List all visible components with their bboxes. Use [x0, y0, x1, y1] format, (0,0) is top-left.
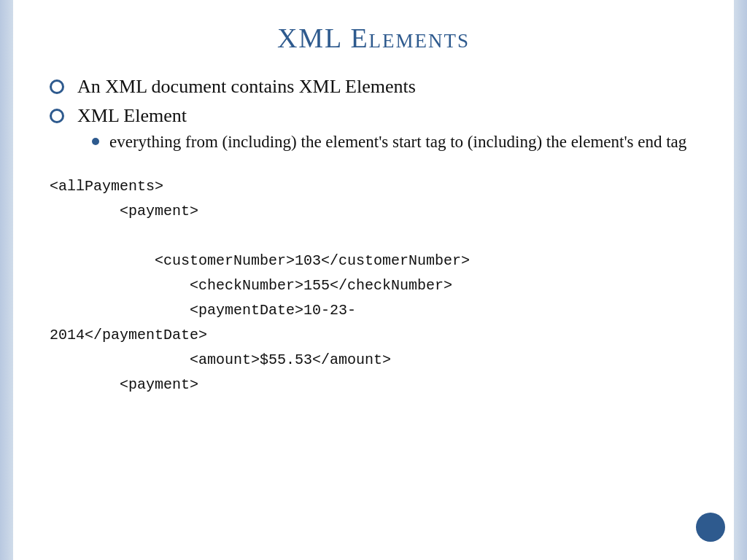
- bullet-icon-2: [50, 109, 64, 123]
- slide-content: XML Elements An XML document contains XM…: [13, 0, 734, 560]
- bullet-item-1: An XML document contains XML Elements: [50, 76, 697, 98]
- bullet-item-2: XML Element everything from (including) …: [50, 105, 697, 156]
- slide-border-right: [734, 0, 747, 560]
- bullet-text-2: XML Element everything from (including) …: [77, 105, 697, 156]
- sub-bullet-icon-1: [92, 138, 99, 145]
- slide-title: XML Elements: [50, 22, 697, 54]
- code-line-1: <allPayments>: [50, 174, 697, 199]
- bullet-icon-1: [50, 79, 64, 94]
- code-line-9: <payment>: [50, 373, 697, 397]
- slide-border-left: [0, 0, 13, 560]
- code-block: <allPayments> <payment> <customerNumber>…: [50, 174, 697, 397]
- sub-bullet-item-1: everything from (including) the element'…: [77, 133, 697, 152]
- sub-bullet-text-1: everything from (including) the element'…: [109, 133, 697, 152]
- nav-dot[interactable]: [696, 513, 725, 542]
- code-line-8: <amount>$55.53</amount>: [50, 348, 697, 373]
- code-line-3: [50, 224, 697, 249]
- code-line-7: 2014</paymentDate>: [50, 323, 697, 348]
- bullet-text-1: An XML document contains XML Elements: [77, 76, 697, 98]
- sub-bullet-list: everything from (including) the element'…: [77, 133, 697, 152]
- main-bullet-list: An XML document contains XML Elements XM…: [50, 76, 697, 156]
- code-line-4: <customerNumber>103</customerNumber>: [50, 249, 697, 273]
- code-line-6: <paymentDate>10-23-: [50, 298, 697, 323]
- code-line-5: <checkNumber>155</checkNumber>: [50, 273, 697, 298]
- code-line-2: <payment>: [50, 199, 697, 224]
